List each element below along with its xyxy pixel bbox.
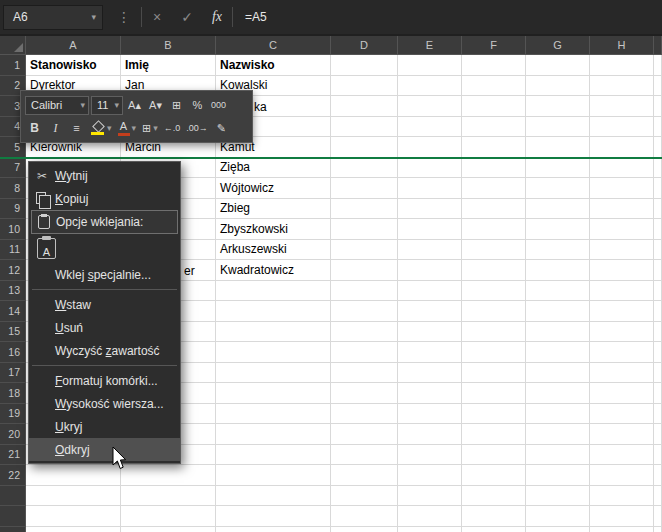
cell-e22[interactable] <box>398 465 462 486</box>
column-header-e[interactable]: E <box>398 36 462 54</box>
cell-f4[interactable] <box>462 117 526 138</box>
cell-f18[interactable] <box>462 383 526 404</box>
cell-f14[interactable] <box>462 301 526 322</box>
cell-f20[interactable] <box>462 424 526 445</box>
cell-d1[interactable] <box>331 55 398 76</box>
cell-c1[interactable]: Nazwisko <box>216 55 331 76</box>
cell-h5[interactable] <box>590 137 654 158</box>
cell-e21[interactable] <box>398 445 462 466</box>
cell-f21[interactable] <box>462 445 526 466</box>
cell-h11[interactable] <box>590 240 654 261</box>
format-table-icon[interactable]: ⊞ <box>167 95 186 115</box>
column-header-b[interactable]: B <box>121 36 216 54</box>
fill-color-button[interactable]: ▾ <box>88 118 114 138</box>
menu-item-usuń[interactable]: Usuń <box>29 316 180 339</box>
percent-style-icon[interactable]: % <box>188 95 207 115</box>
menu-item-wysokość-wiersza[interactable]: Wysokość wiersza... <box>29 392 180 415</box>
cell-g4[interactable] <box>526 117 590 138</box>
cell-f12[interactable] <box>462 260 526 281</box>
cell-e17[interactable] <box>398 363 462 384</box>
cell-d13[interactable] <box>331 281 398 302</box>
cell-h20[interactable] <box>590 424 654 445</box>
cell-b1[interactable]: Imię <box>121 55 216 76</box>
font-name-select[interactable]: Calibri ▾ <box>25 96 89 115</box>
cell-h3[interactable] <box>590 96 654 117</box>
name-box[interactable]: A6 ▾ <box>3 5 103 30</box>
cancel-button[interactable]: × <box>142 4 172 30</box>
cell-c13[interactable] <box>216 281 331 302</box>
cell[interactable] <box>121 506 216 527</box>
cell-d19[interactable] <box>331 404 398 425</box>
cell-g16[interactable] <box>526 342 590 363</box>
row-header-8[interactable]: 8 <box>0 178 26 199</box>
chevron-down-icon[interactable]: ▾ <box>91 13 96 22</box>
cell[interactable] <box>654 404 662 425</box>
cell-b22[interactable] <box>121 465 216 486</box>
cell-h2[interactable] <box>590 76 654 97</box>
row-header-10[interactable]: 10 <box>0 219 26 240</box>
cell-f19[interactable] <box>462 404 526 425</box>
cell-g3[interactable] <box>526 96 590 117</box>
italic-icon[interactable]: I <box>46 118 65 138</box>
increase-decimal-icon[interactable]: .00→ <box>184 118 210 138</box>
cell-c12[interactable]: Kwadratowicz <box>216 260 331 281</box>
cell-d20[interactable] <box>331 424 398 445</box>
cell-e19[interactable] <box>398 404 462 425</box>
row-header-15[interactable]: 15 <box>0 322 26 343</box>
cell-c14[interactable] <box>216 301 331 322</box>
row-header[interactable] <box>0 527 26 532</box>
cell[interactable] <box>654 240 662 261</box>
column-header-h[interactable]: H <box>590 36 654 54</box>
cell-f2[interactable] <box>462 76 526 97</box>
borders-button[interactable]: ⊞ ▾ <box>140 118 160 138</box>
row-header-7[interactable]: 7 <box>0 158 26 179</box>
cell-e9[interactable] <box>398 199 462 220</box>
column-header-c[interactable]: C <box>216 36 331 54</box>
cell-a1[interactable]: Stanowisko <box>26 55 121 76</box>
cell-d3[interactable] <box>331 96 398 117</box>
row-header-9[interactable]: 9 <box>0 199 26 220</box>
row-header-18[interactable]: 18 <box>0 383 26 404</box>
bold-icon[interactable]: B <box>25 118 44 138</box>
cell-c10[interactable]: Zbyszkowski <box>216 219 331 240</box>
cell[interactable] <box>654 445 662 466</box>
cell[interactable] <box>654 158 662 179</box>
menu-item-wytnij[interactable]: ✂Wytnij <box>29 164 180 187</box>
cell[interactable] <box>654 383 662 404</box>
cell-f3[interactable] <box>462 96 526 117</box>
cell-h13[interactable] <box>590 281 654 302</box>
cell-h10[interactable] <box>590 219 654 240</box>
cell[interactable] <box>526 486 590 507</box>
cell[interactable] <box>398 506 462 527</box>
row-header-22[interactable]: 22 <box>0 465 26 486</box>
cell-h15[interactable] <box>590 322 654 343</box>
row-header-21[interactable]: 21 <box>0 445 26 466</box>
row-header-12[interactable]: 12 <box>0 260 26 281</box>
cell[interactable] <box>654 96 662 117</box>
cell[interactable] <box>216 506 331 527</box>
cell[interactable] <box>462 506 526 527</box>
cell-h19[interactable] <box>590 404 654 425</box>
cell-e13[interactable] <box>398 281 462 302</box>
cell[interactable] <box>398 527 462 532</box>
cell-g5[interactable] <box>526 137 590 158</box>
cell-d12[interactable] <box>331 260 398 281</box>
paste-option-button[interactable]: A <box>29 234 180 263</box>
cell-f7[interactable] <box>462 158 526 179</box>
cell-e1[interactable] <box>398 55 462 76</box>
cell[interactable] <box>654 76 662 97</box>
cell-g7[interactable] <box>526 158 590 179</box>
cell-e2[interactable] <box>398 76 462 97</box>
cell-d15[interactable] <box>331 322 398 343</box>
cell-f22[interactable] <box>462 465 526 486</box>
formula-input[interactable]: =A5 <box>245 10 267 24</box>
cell-f10[interactable] <box>462 219 526 240</box>
cell-g9[interactable] <box>526 199 590 220</box>
cell[interactable] <box>331 527 398 532</box>
cell[interactable] <box>331 506 398 527</box>
cell-g10[interactable] <box>526 219 590 240</box>
cell-e15[interactable] <box>398 322 462 343</box>
cell-c8[interactable]: Wójtowicz <box>216 178 331 199</box>
cell[interactable] <box>654 486 662 507</box>
cell[interactable] <box>654 55 662 76</box>
